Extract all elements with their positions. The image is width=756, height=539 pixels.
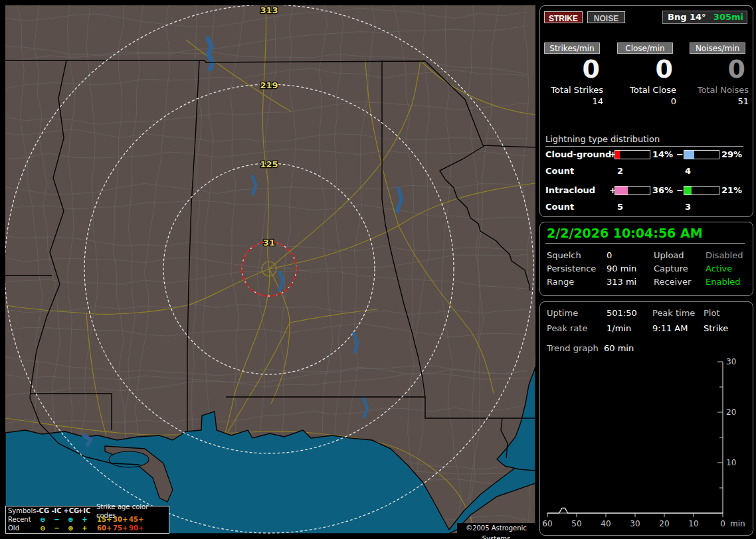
axis-tick-label: 10 [688, 519, 698, 528]
bearing-distance-readout: Bng 14° 305mi [662, 11, 747, 24]
legend-header-row: Symbols -CG -IC +CG +IC Strike age color… [6, 506, 169, 515]
peak-rate-value: 1/min [607, 323, 631, 333]
intracloud-row: Intracloud + 36% − 21% [540, 185, 753, 196]
copyright-text: ©2005 Astrogenic Systems [457, 523, 535, 534]
axis-tick-label: 30 [630, 519, 640, 528]
legend-col-pos-ic: +IC [77, 506, 91, 515]
age-15: 15+ [97, 515, 113, 524]
intracloud-label: Intracloud [545, 185, 595, 195]
cloud-ground-row: Cloud-ground + 14% − 29% [540, 149, 753, 160]
ic-plus-count: 5 [617, 202, 623, 212]
trend-graph-label: Trend graph [547, 343, 599, 353]
pos-ic-recent-icon: + [78, 515, 92, 524]
upload-label: Upload [654, 250, 684, 260]
ic-plus-percent: 36% [652, 185, 673, 195]
strikes-per-min-button[interactable]: Strikes/min [544, 42, 600, 54]
age-75: 75+ [113, 524, 129, 532]
trend-graph-row: Trend graph 60 min [540, 343, 753, 355]
age-60: 60+ [97, 524, 113, 532]
squelch-label: Squelch [547, 250, 581, 260]
ic-minus-percent: 21% [721, 185, 742, 195]
ic-minus-count: 3 [685, 202, 691, 212]
noises-column: Noises/min 0 Total Noises 51 [690, 42, 749, 116]
capture-label: Capture [654, 264, 688, 273]
ring-label-31: 31 [263, 238, 275, 248]
session-panel: Uptime 501:50 Peak time Plot Peak rate 1… [539, 301, 753, 536]
axis-tick-label: 10 [726, 458, 736, 467]
strikes-column: Strikes/min 0 Total Strikes 14 [544, 42, 604, 116]
axis-tick-label: 40 [601, 519, 611, 528]
close-column: Close/min 0 Total Close 0 [617, 42, 677, 116]
distribution-divider [545, 146, 743, 147]
close-per-min-button[interactable]: Close/min [617, 42, 673, 54]
ic-plus-bar [614, 186, 650, 195]
cg-plus-percent: 14% [652, 149, 673, 159]
datetime-divider [545, 243, 745, 244]
distribution-title: Lightning type distribution [545, 134, 660, 144]
cg-minus-count: 4 [685, 166, 691, 176]
cg-minus-percent: 29% [721, 149, 742, 159]
minus-sign: − [676, 149, 684, 159]
age-30: 30+ [113, 515, 129, 524]
legend-symbols-header: Symbols [8, 506, 36, 515]
legend-recent-row: Recent ⊖ − ⊕ + 15+ 30+ 45+ [6, 515, 169, 524]
ring-label-219: 219 [260, 80, 278, 90]
legend-col-neg-ic: -IC [50, 506, 64, 515]
total-noises-value: 51 [690, 96, 749, 106]
legend-col-pos-cg: +CG [63, 506, 77, 515]
plot-label: Plot [704, 308, 720, 318]
lightning-map[interactable]: 31321912531 Symbols -CG -IC +CG +IC Stri… [5, 5, 535, 534]
map-canvas[interactable]: 31321912531 [5, 5, 535, 534]
age-90: 90+ [129, 524, 145, 532]
plot-value: Strike [704, 323, 728, 333]
distance-value: 305mi [713, 11, 743, 23]
squelch-value: 0 [607, 250, 612, 260]
total-close-value: 0 [617, 96, 677, 106]
cg-minus-bar [684, 150, 719, 159]
cloud-ground-label: Cloud-ground [545, 149, 611, 159]
ring-label-313: 313 [260, 5, 278, 15]
count-label: Count [545, 166, 574, 176]
axis-tick-label: min [730, 519, 745, 528]
legend-col-neg-cg: -CG [36, 506, 50, 515]
datetime-display: 2/2/2026 10:04:56 AM [547, 226, 703, 240]
capture-status: Active [706, 264, 732, 273]
uptime-label: Uptime [547, 308, 578, 318]
peak-rate-row: Peak rate 1/min 9:11 AM Strike [540, 323, 753, 335]
noises-per-min-value: 0 [690, 56, 749, 82]
peak-time-value: 9:11 AM [652, 323, 688, 333]
total-strikes-value: 14 [544, 96, 604, 106]
close-per-min-value: 0 [617, 56, 677, 82]
persistence-label: Persistence [547, 264, 596, 273]
noises-per-min-button[interactable]: Noises/min [690, 42, 745, 54]
persistence-value: 90 min [607, 264, 636, 273]
trend-graph: 6050403020100min302010 [540, 355, 751, 533]
receiver-label: Receiver [654, 277, 691, 287]
strike-legend: Symbols -CG -IC +CG +IC Strike age color… [5, 506, 169, 534]
legend-old-label: Old [8, 524, 36, 532]
axis-tick-label: 0 [720, 519, 725, 528]
strike-counters-panel: STRIKE NOISE Bng 14° 305mi Strikes/min 0… [539, 5, 753, 217]
range-row: Range 313 mi Receiver Enabled [540, 277, 753, 289]
upload-status: Disabled [706, 250, 743, 260]
pos-cg-recent-icon: ⊕ [64, 515, 78, 524]
neg-cg-old-icon: ⊖ [36, 524, 50, 532]
total-noises-label: Total Noises [690, 85, 749, 95]
receiver-status: Enabled [706, 277, 741, 287]
total-close-label: Total Close [617, 85, 677, 95]
noise-toggle-button[interactable]: NOISE [587, 11, 625, 23]
peak-rate-label: Peak rate [547, 323, 587, 333]
pos-cg-old-icon: ⊕ [64, 524, 78, 532]
strike-toggle-button[interactable]: STRIKE [544, 11, 583, 23]
legend-recent-label: Recent [8, 515, 36, 524]
axis-tick-label: 30 [726, 357, 736, 366]
neg-cg-recent-icon: ⊖ [36, 515, 50, 524]
status-panel: 2/2/2026 10:04:56 AM Squelch 0 Upload Di… [539, 222, 753, 296]
minus-sign: − [676, 185, 684, 195]
bearing-value: Bng 14° [668, 11, 706, 23]
cg-plus-bar [614, 150, 650, 159]
neg-ic-recent-icon: − [50, 515, 64, 524]
ring-label-125: 125 [260, 159, 278, 169]
legend-old-row: Old ⊖ − ⊕ + 60+ 75+ 90+ [6, 524, 169, 532]
peak-time-label: Peak time [652, 308, 695, 318]
